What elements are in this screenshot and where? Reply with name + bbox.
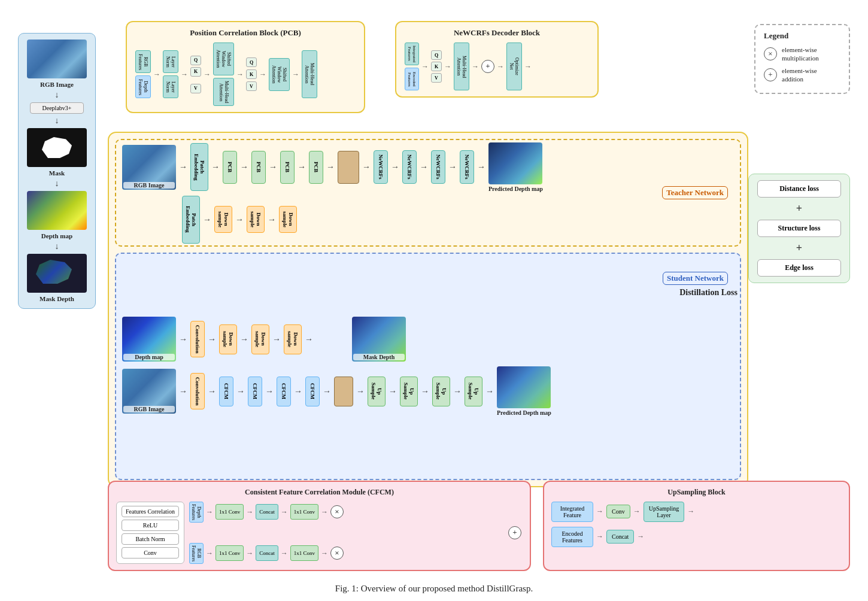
multi-head-final: Multi-HeadAttention — [302, 50, 317, 98]
depth-features-vbox: DepthFeatures — [189, 502, 204, 523]
up-top-path: IntegratedFeature → Conv → UpSamplingLay… — [551, 502, 842, 522]
multiply-label: element-wisemultiplication — [782, 45, 819, 63]
v-box2: V — [246, 81, 257, 91]
up-arrow1: → — [596, 507, 603, 516]
attn-section2: ShiftedWindowAttention — [269, 58, 290, 91]
s2-arrow1: → — [179, 387, 187, 396]
concat-d: Concat — [256, 504, 278, 520]
cfcm-inner: Features Correlation ReLU Batch Norm Con… — [116, 502, 523, 564]
arrow1: → — [153, 70, 160, 79]
up-s1: UpSample — [368, 377, 386, 406]
deeplabv3-box: Deeplabv3+ — [30, 102, 84, 114]
up-s3: UpSample — [432, 377, 450, 406]
qkv-section2: Q K V — [246, 57, 257, 91]
conv1x1-d1: 1x1 Conv — [216, 504, 244, 520]
down-sample-t1: Downsample — [214, 206, 232, 233]
student-label: Student Network — [663, 272, 728, 285]
distance-loss-box: Distance loss — [757, 180, 841, 198]
s2-arrow5: → — [294, 387, 302, 396]
pred-depth-s-label: Predicted Depth map — [497, 409, 551, 416]
down-s3: Downsample — [284, 324, 302, 354]
upsampling-inner: IntegratedFeature → Conv → UpSamplingLay… — [551, 502, 842, 547]
right-panel: Distance loss + Structure loss + Edge lo… — [748, 174, 850, 283]
t-arrow2: → — [211, 162, 220, 172]
up-s4: UpSample — [465, 377, 482, 406]
arrow4: → — [236, 70, 244, 79]
teacher-label: Teacher Network — [662, 186, 728, 199]
layer-norm1: LayerNorm — [163, 50, 178, 73]
teacher-top-row: RGB Image → PatchEmbedding → PCB → PCB →… — [122, 142, 734, 192]
student-rgb-scene: RGB Image — [122, 369, 176, 414]
t2-arrow1: → — [203, 215, 211, 224]
pcb-block: Position Correlation Block (PCB) RGBFeat… — [126, 21, 365, 113]
student-top-row: Depth map → Convolution → Downsample → D… — [122, 317, 734, 362]
pred-depth-t-container: Predicted Depth map — [488, 142, 543, 192]
d-v: V — [431, 73, 442, 83]
decoder-block: NeWCRFs Decoder Block IntegratedFeatures… — [395, 21, 599, 98]
student-net: Student Network Depth map → Convolution … — [115, 253, 741, 480]
main-container: Legend × element-wisemultiplication + el… — [0, 0, 868, 601]
t2-arrow2: → — [235, 215, 244, 224]
bottom-blocks: Consistent Feature Correlation Module (C… — [108, 481, 850, 571]
newcrfs1-t: NeWCRFs — [374, 150, 388, 184]
teacher-net: Teacher Network RGB Image → PatchEmbeddi… — [115, 139, 741, 247]
legend-item-add: + element-wiseaddition — [764, 66, 840, 84]
t-arrow7: → — [362, 162, 371, 172]
t-arrow5: → — [298, 162, 306, 172]
network-area: Teacher Network RGB Image → PatchEmbeddi… — [108, 132, 748, 487]
sidebar-depth-label: Depth map — [41, 232, 72, 239]
up-s2: UpSample — [400, 377, 418, 406]
depth-path: DepthFeatures → 1x1 Conv → Concat → 1x1 … — [189, 502, 523, 523]
pcb-block-title: Position Correlation Block (PCB) — [135, 28, 356, 38]
add-label: element-wiseaddition — [782, 66, 817, 84]
decoder-block-inner: IntegratedFeatures EncodedFeatures → Q K… — [405, 43, 589, 90]
t-arrow1: → — [179, 162, 187, 172]
decoder-inputs: IntegratedFeatures EncodedFeatures — [405, 43, 419, 90]
integrated-feature-up: IntegratedFeature — [551, 502, 593, 522]
rgb-path: RGBFeatures → 1x1 Conv → Concat → 1x1 Co… — [189, 543, 523, 564]
cfcm-block: Consistent Feature Correlation Module (C… — [108, 481, 531, 571]
center-block-s — [334, 377, 353, 406]
multi-head-attn1: Multi-HeadAttention — [213, 78, 234, 106]
dp-arrow4: → — [321, 508, 328, 517]
s2-arrow3: → — [236, 387, 245, 396]
pcb-block-container: Position Correlation Block (PCB) RGBFeat… — [126, 21, 365, 113]
newcrfs3-t: NeWCRFs — [431, 150, 445, 184]
student-depth-scene: Depth map — [122, 317, 176, 362]
integrated-feature-box: IntegratedFeatures — [405, 43, 419, 65]
arrow6: → — [292, 70, 299, 79]
add-circle-cfcm: + — [508, 526, 521, 539]
s-arrow3: → — [240, 335, 248, 344]
arrow5: → — [259, 70, 266, 79]
cfcm2-s: CFCM — [248, 377, 262, 406]
cfcm-block-title: Consistent Feature Correlation Module (C… — [116, 488, 523, 497]
conv1x1-d2: 1x1 Conv — [290, 504, 318, 520]
s2-arrow9: → — [421, 387, 429, 396]
newcrfs2-t: NeWCRFs — [402, 150, 417, 184]
plus-sign-2: + — [796, 242, 802, 254]
arrow3: → — [204, 70, 211, 79]
down-s2: Downsample — [251, 324, 269, 354]
decoder-add-circle: + — [481, 60, 494, 73]
sidebar-arrow2: ↓ — [55, 116, 59, 126]
depth-map-scene: Mask Depth — [352, 317, 406, 362]
qkv-group2: V — [190, 84, 201, 93]
pred-depth-t-img — [488, 142, 542, 184]
pred-depth-t-label: Predicted Depth map — [488, 186, 543, 192]
d-arrow2: → — [444, 62, 451, 71]
multiply-symbol: × — [764, 47, 777, 60]
center-block-t — [338, 151, 359, 184]
sidebar-mask-img — [27, 128, 87, 167]
down-sample-t3: Downsample — [279, 206, 297, 233]
edge-loss-box: Edge loss — [757, 259, 841, 277]
dp-arrow3: → — [281, 508, 288, 517]
pcb3-t: PCB — [280, 151, 295, 184]
encoded-features-up: EncodedFeatures — [551, 527, 593, 547]
patch-embed-t: PatchEmbedding — [190, 143, 208, 191]
pred-depth-s-img — [497, 366, 551, 408]
dp-arrow1: → — [206, 508, 213, 517]
up-arrow2: → — [633, 507, 641, 516]
arrow2: → — [181, 70, 188, 79]
left-sidebar: RGB Image ↓ Deeplabv3+ ↓ Mask ↓ Depth ma… — [18, 33, 96, 309]
cfcm4-s: CFCM — [305, 377, 320, 406]
